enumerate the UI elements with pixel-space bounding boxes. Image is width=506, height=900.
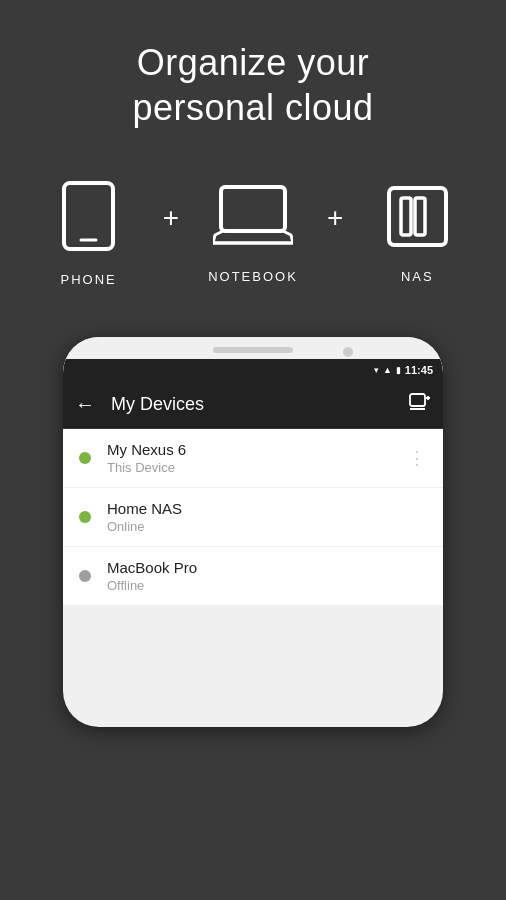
signal-icon: ▲ [383,365,392,375]
wifi-icon: ▾ [374,365,379,375]
app-bar-title: My Devices [111,394,409,415]
status-dot-online [79,511,91,523]
nas-icon [385,184,450,253]
device-name: My Nexus 6 [107,441,408,458]
device-notebook: NOTEBOOK [183,183,323,284]
device-info: MacBook Pro Offline [107,559,427,593]
battery-icon: ▮ [396,365,401,375]
phone-label: PHONE [61,272,117,287]
device-info: Home NAS Online [107,500,427,534]
device-status-text: This Device [107,460,408,475]
device-status-text: Online [107,519,427,534]
phone-icon [61,180,116,256]
phone-mockup: ▾ ▲ ▮ 11:45 ← My Devices [63,337,443,727]
status-dot-online [79,452,91,464]
svg-rect-7 [410,394,425,406]
status-time: 11:45 [405,364,433,376]
notebook-label: NOTEBOOK [208,269,298,284]
device-info: My Nexus 6 This Device [107,441,408,475]
phone-camera [343,347,353,357]
phone-top-bar [63,337,443,359]
app-bar: ← My Devices [63,381,443,429]
device-phone: PHONE [19,180,159,287]
device-name: MacBook Pro [107,559,427,576]
svg-rect-6 [415,198,425,235]
device-name: Home NAS [107,500,427,517]
svg-rect-2 [221,187,285,231]
device-list: My Nexus 6 This Device ⋮ Home NAS Online [63,429,443,606]
phone-speaker [213,347,293,353]
device-nas: NAS [347,184,487,284]
notebook-icon [213,183,293,253]
top-section: Organize your personal cloud PHONE + [0,0,506,317]
device-list-item[interactable]: My Nexus 6 This Device ⋮ [63,429,443,488]
device-list-item[interactable]: MacBook Pro Offline [63,547,443,606]
phone-outer: ▾ ▲ ▮ 11:45 ← My Devices [63,337,443,727]
plus-sign-2: + [323,202,347,234]
icons-row: PHONE + NOTEBOOK + [0,180,506,287]
back-button[interactable]: ← [75,393,95,416]
nas-label: NAS [401,269,434,284]
headline-line1: Organize your [137,42,370,83]
add-device-button[interactable] [409,393,431,416]
device-list-item[interactable]: Home NAS Online [63,488,443,547]
svg-rect-5 [401,198,411,235]
headline: Organize your personal cloud [132,40,373,130]
plus-sign-1: + [159,202,183,234]
status-bar: ▾ ▲ ▮ 11:45 [63,359,443,381]
phone-screen: ▾ ▲ ▮ 11:45 ← My Devices [63,359,443,606]
status-dot-offline [79,570,91,582]
device-status-text: Offline [107,578,427,593]
status-icons: ▾ ▲ ▮ 11:45 [374,364,433,376]
more-options-button[interactable]: ⋮ [408,447,427,469]
headline-line2: personal cloud [132,87,373,128]
